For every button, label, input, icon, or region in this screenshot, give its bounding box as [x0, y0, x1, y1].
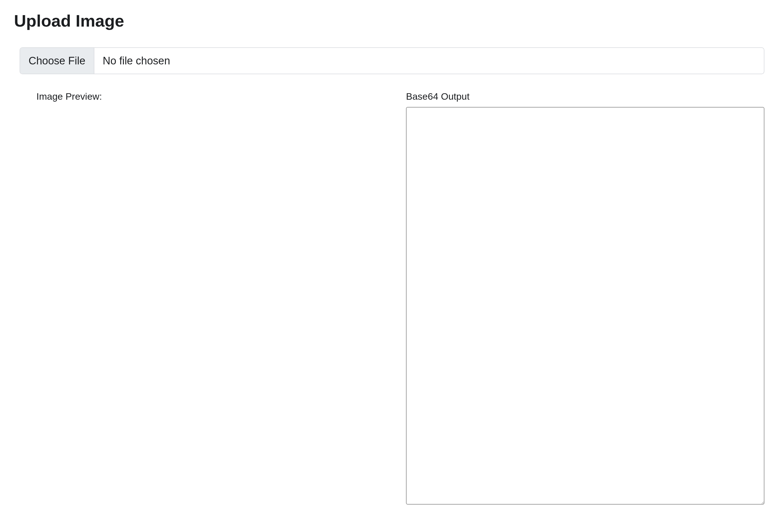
page-title: Upload Image	[14, 11, 770, 30]
image-preview-label: Image Preview:	[36, 91, 395, 102]
choose-file-button[interactable]: Choose File	[20, 48, 94, 74]
base64-output-panel: Base64 Output	[406, 91, 764, 506]
image-preview-panel: Image Preview:	[20, 91, 395, 506]
panels: Image Preview: Base64 Output	[20, 91, 764, 506]
base64-output-textarea[interactable]	[406, 107, 764, 505]
file-input[interactable]: Choose File No file chosen	[20, 47, 764, 74]
base64-output-label: Base64 Output	[406, 91, 764, 102]
file-input-status: No file chosen	[94, 55, 764, 67]
